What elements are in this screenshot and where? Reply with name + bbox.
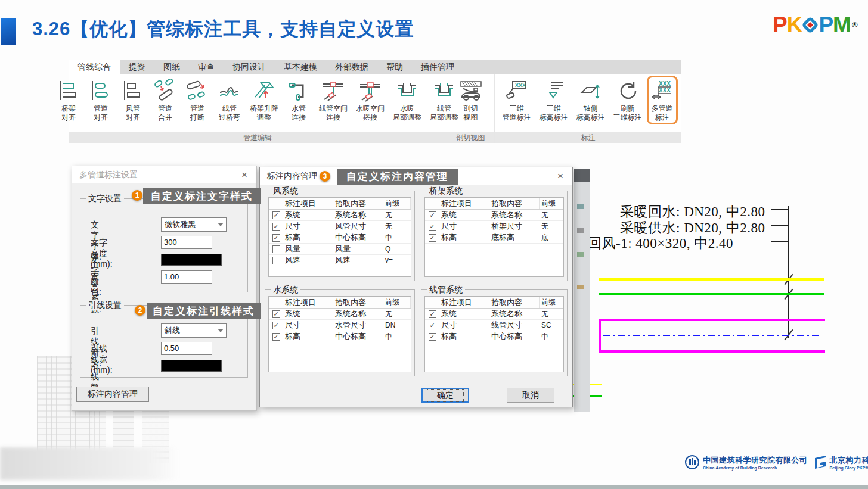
hvac-local-icon <box>395 78 419 104</box>
checkbox-checked[interactable]: ✓ <box>272 211 280 219</box>
duct-centerline <box>603 335 822 336</box>
tab-外部数据[interactable]: 外部数据 <box>326 60 377 74</box>
leader-color-swatch[interactable] <box>161 360 222 372</box>
ribbon-tab-bar: 管线综合提资图纸审查协同设计基本建模外部数据帮助插件管理 <box>69 60 681 74</box>
conduit-system-table: 标注项目拾取内容前缀✓系统系统名称无✓尺寸线管尺寸SC✓标高中心标高中 <box>424 296 564 372</box>
table-cell: 系统名称 <box>333 210 383 220</box>
table-cell: 系统名称 <box>489 309 540 319</box>
table-cell: 系统 <box>439 309 489 319</box>
table-row[interactable]: ✓系统系统名称无 <box>269 210 411 221</box>
table-row[interactable]: ✓尺寸线管尺寸SC <box>425 320 563 331</box>
checkbox-checked[interactable]: ✓ <box>272 223 280 231</box>
ribbon-button-duct-align[interactable]: 风管对齐 <box>117 76 148 124</box>
checkbox-checked[interactable]: ✓ <box>429 310 436 318</box>
ribbon-button-pipe-connect[interactable]: 水管连接 <box>283 76 314 124</box>
ribbon-button-multi-annot[interactable]: XXXXXX多管道标注 <box>647 76 678 124</box>
text-color-swatch[interactable] <box>161 254 222 266</box>
checkbox-checked[interactable]: ✓ <box>429 211 436 219</box>
table-row[interactable]: ✓标高底标高底 <box>425 232 563 244</box>
table-row[interactable]: 风速风速v= <box>269 255 411 266</box>
callout-label-3: 自定义标注内容管理 <box>337 169 458 185</box>
ribbon-button-tray-lift[interactable]: 桥架升降调整 <box>246 76 282 124</box>
table-row[interactable]: ✓系统系统名称无 <box>269 309 411 320</box>
close-icon[interactable]: × <box>554 170 566 182</box>
ribbon-button-axon-elev[interactable]: 轴侧标高标注 <box>573 76 609 124</box>
ribbon-group-label: 标注 <box>495 132 681 143</box>
org-glory: 北京构力科技有限公司 Beijing Glory PKPM Technology… <box>814 454 868 470</box>
ribbon-button-pipe-break[interactable]: 管道打断 <box>182 76 213 124</box>
table-cell: 无 <box>540 309 563 319</box>
ribbon-button-section-view[interactable]: 剖切视图 <box>455 76 486 124</box>
text-height-input[interactable]: 300 <box>161 236 212 249</box>
checkbox-checked[interactable]: ✓ <box>272 310 280 318</box>
ribbon-button-conduit-space[interactable]: 线管空间连接 <box>315 76 351 124</box>
font-family-select[interactable]: 微软雅黑 <box>161 217 227 232</box>
leader-arrow-select[interactable]: 斜线 <box>161 323 227 338</box>
tab-基本建模[interactable]: 基本建模 <box>275 60 326 74</box>
ribbon-button-pipe-annot3d[interactable]: XXX三维管道标注 <box>499 76 535 124</box>
font-family-value: 微软雅黑 <box>165 219 196 230</box>
table-row[interactable]: 风量风量Q= <box>269 244 411 255</box>
checkbox-checked[interactable]: ✓ <box>272 234 280 242</box>
ribbon-button-hvac-space[interactable]: 水暖空间搭接 <box>352 76 388 124</box>
tab-审查[interactable]: 审查 <box>189 60 224 74</box>
leader-width-input[interactable]: 0.50 <box>161 342 212 355</box>
table-cell: 无 <box>540 221 563 232</box>
ribbon: 管线综合提资图纸审查协同设计基本建模外部数据帮助插件管理 桥架对齐管道对齐风管对… <box>69 60 681 143</box>
ribbon-button-elev-annot3d[interactable]: 三维标高标注 <box>536 76 572 124</box>
checkbox-checked[interactable]: ✓ <box>429 234 436 242</box>
table-cell: 无 <box>383 221 411 232</box>
table-cell: 中心标高 <box>489 331 540 342</box>
pkpm-logo: PKPM ® <box>773 13 857 37</box>
column-header: 拾取内容 <box>489 297 540 308</box>
table-cell: 风速 <box>283 255 333 266</box>
table-row[interactable]: ✓尺寸水管尺寸DN <box>269 320 411 331</box>
tab-帮助[interactable]: 帮助 <box>377 60 412 74</box>
table-row[interactable]: ✓标高中心标高中 <box>269 331 411 342</box>
column-header: 拾取内容 <box>333 297 383 308</box>
ratio-input[interactable]: 1.00 <box>161 270 212 284</box>
tab-提资[interactable]: 提资 <box>120 60 154 74</box>
table-row[interactable]: ✓系统系统名称无 <box>425 309 563 320</box>
ribbon-button-refresh-annot[interactable]: 刷新三维标注 <box>610 76 646 124</box>
tab-插件管理[interactable]: 插件管理 <box>412 60 463 74</box>
table-row[interactable]: ✓尺寸风管尺寸无 <box>269 221 411 232</box>
manage-annotation-content-button[interactable]: 标注内容管理 <box>76 387 149 402</box>
ribbon-button-pipe-merge[interactable]: 管道合并 <box>150 76 181 124</box>
wind-system-table: 标注项目拾取内容前缀✓系统系统名称无✓尺寸风管尺寸无✓标高中心标高中风量风量Q=… <box>268 197 411 277</box>
tab-图纸[interactable]: 图纸 <box>154 60 189 74</box>
group-legend: 水系统 <box>271 285 300 295</box>
cancel-button[interactable]: 取消 <box>507 388 554 403</box>
checkbox-checked[interactable]: ✓ <box>272 333 280 341</box>
ribbon-button-conduit-bend[interactable]: 线管过桥弯 <box>214 76 245 124</box>
ok-button[interactable]: 确定 <box>421 388 469 403</box>
checkbox-checked[interactable]: ✓ <box>429 333 436 341</box>
checkbox-checked[interactable]: ✓ <box>429 322 436 329</box>
ribbon-button-tray-align[interactable]: 桥架对齐 <box>53 76 84 124</box>
background-panel-sliver <box>574 169 590 412</box>
table-cell: 水管尺寸 <box>333 320 383 331</box>
checkbox-unchecked[interactable] <box>272 257 280 264</box>
page-title: 3.26【优化】管综标注工具，支持自定义设置 <box>32 17 414 42</box>
checkbox-unchecked[interactable] <box>272 245 280 253</box>
checkbox-checked[interactable]: ✓ <box>429 223 436 231</box>
callout-label-1: 自定义标注文字样式 <box>143 188 261 204</box>
table-row[interactable]: ✓系统系统名称无 <box>425 210 563 221</box>
bottom-bar <box>0 485 868 489</box>
tab-协同设计[interactable]: 协同设计 <box>224 60 275 74</box>
checkbox-checked[interactable]: ✓ <box>272 322 280 329</box>
annotation-connector <box>771 225 789 226</box>
tab-管线综合[interactable]: 管线综合 <box>69 60 120 74</box>
table-cell: 无 <box>383 210 411 220</box>
table-row[interactable]: ✓尺寸桥架尺寸无 <box>425 221 563 232</box>
conduit-system-group: 线管系统 标注项目拾取内容前缀✓系统系统名称无✓尺寸线管尺寸SC✓标高中心标高中 <box>421 289 568 376</box>
tray-system-table: 标注项目拾取内容前缀✓系统系统名称无✓尺寸桥架尺寸无✓标高底标高底 <box>424 197 564 277</box>
table-row[interactable]: ✓标高中心标高中 <box>269 232 411 244</box>
table-cell: 尺寸 <box>439 320 489 331</box>
ribbon-button-pipe-align[interactable]: 管道对齐 <box>85 76 116 124</box>
table-row[interactable]: ✓标高中心标高中 <box>425 331 563 342</box>
duct-align-icon <box>121 78 145 104</box>
ok-button-label: 确定 <box>427 389 464 402</box>
ribbon-button-hvac-local[interactable]: 水暖局部调整 <box>389 76 425 124</box>
close-icon[interactable]: × <box>238 169 250 181</box>
